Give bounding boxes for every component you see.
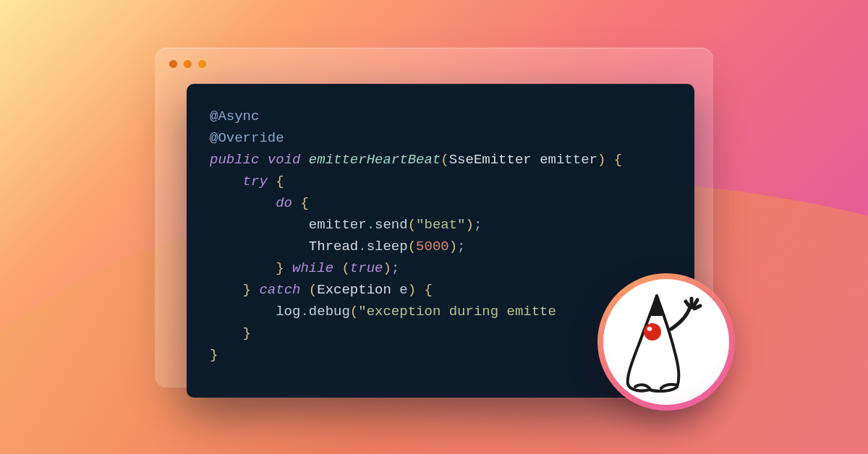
annotation-async: @Async — [210, 108, 259, 124]
traffic-light-zoom-icon[interactable] — [198, 60, 206, 68]
param-type: SseEmitter — [449, 152, 532, 168]
paren: ) — [383, 260, 391, 276]
brace: { — [276, 174, 284, 189]
method-call: debug — [309, 304, 350, 320]
dot: . — [358, 239, 366, 254]
semicolon: ; — [474, 217, 482, 233]
annotation-override: @Override — [210, 130, 284, 146]
brace: } — [210, 347, 218, 363]
brace: { — [300, 195, 308, 211]
keyword-while: while — [292, 260, 333, 276]
keyword-void: void — [268, 152, 301, 168]
svg-point-0 — [644, 323, 661, 340]
dot: . — [300, 304, 308, 320]
brace: { — [425, 282, 433, 298]
brace: } — [243, 282, 251, 298]
paren: ) — [466, 217, 474, 233]
paren: ( — [350, 304, 358, 320]
paren: ( — [341, 260, 349, 276]
svg-point-1 — [647, 327, 652, 331]
method-call: send — [375, 217, 408, 233]
string-literal: "beat" — [416, 217, 465, 233]
brace: } — [243, 325, 251, 341]
paren: ( — [309, 282, 317, 298]
paren: ) — [449, 239, 457, 254]
traffic-light-minimize-icon[interactable] — [184, 60, 192, 68]
paren: ) — [408, 282, 416, 298]
brace: } — [276, 260, 284, 276]
keyword-public: public — [210, 152, 259, 168]
dot: . — [367, 217, 375, 233]
window-titlebar — [155, 48, 713, 80]
keyword-true: true — [350, 260, 383, 276]
paren: ) — [597, 152, 605, 168]
identifier: log — [276, 304, 300, 320]
java-logo-badge — [597, 273, 735, 411]
string-literal-partial: "exception during emitte — [358, 304, 556, 320]
paren: ( — [408, 217, 416, 233]
identifier: emitter — [309, 217, 367, 233]
number-literal: 5000 — [416, 239, 449, 254]
keyword-try: try — [243, 174, 268, 189]
java-duke-icon — [619, 291, 713, 393]
method-name: emitterHeartBeat — [309, 152, 441, 168]
semicolon: ; — [391, 260, 399, 276]
java-logo-badge-inner — [603, 279, 729, 405]
param-name: emitter — [540, 152, 597, 168]
class-name: Thread — [309, 239, 358, 254]
exception-type: Exception — [317, 282, 391, 298]
keyword-do: do — [276, 195, 292, 211]
method-call: sleep — [367, 239, 408, 254]
brace: { — [614, 152, 622, 168]
paren: ( — [441, 152, 448, 168]
keyword-catch: catch — [259, 282, 300, 298]
paren: ( — [408, 239, 416, 254]
semicolon: ; — [457, 239, 465, 254]
exception-var: e — [399, 282, 407, 298]
traffic-light-close-icon[interactable] — [169, 60, 177, 68]
